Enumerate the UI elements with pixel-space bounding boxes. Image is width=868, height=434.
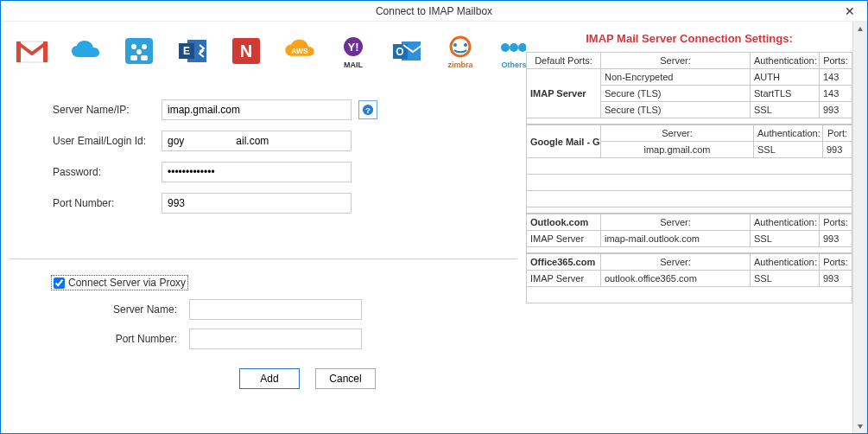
provider-icloud[interactable] xyxy=(68,32,103,70)
svg-text:?: ? xyxy=(365,105,371,115)
server-input[interactable] xyxy=(162,99,352,120)
provider-n[interactable]: N xyxy=(229,32,263,70)
svg-point-23 xyxy=(501,43,510,52)
svg-point-4 xyxy=(131,44,136,49)
provider-groupwise[interactable] xyxy=(122,32,156,70)
office365-note: Note: If the above settings are not work… xyxy=(527,287,852,303)
svg-text:AWS: AWS xyxy=(292,47,308,55)
svg-text:E: E xyxy=(183,45,190,57)
proxy-port-input[interactable] xyxy=(189,329,362,349)
svg-point-21 xyxy=(453,43,457,47)
gmail-note-2: Login to your account and enable IMAP. xyxy=(527,175,852,191)
th-server: Server: xyxy=(601,53,751,69)
outlook-label: Outlook.com xyxy=(527,214,601,231)
password-label: Password: xyxy=(53,166,162,178)
svg-text:N: N xyxy=(240,41,252,61)
divider xyxy=(10,258,517,259)
svg-text:O: O xyxy=(396,46,403,58)
svg-point-5 xyxy=(142,44,147,49)
svg-marker-28 xyxy=(858,27,863,31)
provider-others-label: Others xyxy=(501,61,526,69)
provider-zimbra[interactable]: zimbra xyxy=(443,32,478,70)
provider-outlook[interactable]: O xyxy=(390,32,424,70)
svg-marker-29 xyxy=(858,424,863,429)
svg-point-20 xyxy=(451,37,470,56)
provider-yahoo-label: MAIL xyxy=(344,61,363,69)
svg-rect-1 xyxy=(16,41,21,62)
provider-gmail[interactable] xyxy=(15,32,49,70)
gmail-note-1: Please make sure, that IMAP access is en… xyxy=(527,158,852,175)
svg-point-6 xyxy=(136,49,142,54)
proxy-server-input[interactable] xyxy=(189,299,362,320)
proxy-server-label: Server Name: xyxy=(51,303,189,316)
add-button[interactable]: Add xyxy=(239,368,300,389)
generic-label: IMAP Server xyxy=(527,69,601,118)
password-input[interactable] xyxy=(162,162,352,182)
user-label: User Email/Login Id: xyxy=(53,135,162,147)
scrollbar[interactable] xyxy=(852,22,867,433)
svg-point-24 xyxy=(510,43,518,52)
gmail-label: Google Mail - Gmail xyxy=(527,125,601,158)
provider-zimbra-label: zimbra xyxy=(447,61,472,69)
th-ports: Ports: xyxy=(820,53,852,69)
help-button[interactable]: ? xyxy=(358,100,377,119)
gmail-note-3: You also need to enable "less secure app… xyxy=(527,191,852,207)
proxy-checkbox-label: Connect Server via Proxy xyxy=(68,277,186,289)
port-label: Port Number: xyxy=(53,197,162,209)
window-title: Connect to IMAP Mailbox xyxy=(376,5,492,17)
office365-table: Office365.com Server: Authentication: Po… xyxy=(526,253,852,303)
proxy-checkbox[interactable] xyxy=(54,278,65,289)
port-input[interactable] xyxy=(162,193,352,214)
th-auth: Authentication: xyxy=(751,53,820,69)
svg-text:Y!: Y! xyxy=(348,41,359,54)
help-icon: ? xyxy=(362,104,374,116)
proxy-port-label: Port Number: xyxy=(51,333,189,345)
svg-rect-2 xyxy=(43,41,48,62)
provider-row: E N AWS Y! MAIL O zimbra xyxy=(10,30,517,75)
settings-title: IMAP Mail Server Connection Settings: xyxy=(526,27,852,52)
provider-yahoo[interactable]: Y! MAIL xyxy=(336,32,371,70)
cancel-button[interactable]: Cancel xyxy=(315,368,376,389)
th-default-ports: Default Ports: xyxy=(527,53,601,69)
svg-rect-7 xyxy=(130,55,137,61)
svg-point-22 xyxy=(464,43,467,47)
close-icon[interactable]: ✕ xyxy=(833,1,867,22)
settings-panel: IMAP Mail Server Connection Settings: De… xyxy=(526,25,852,430)
scroll-down-icon[interactable] xyxy=(853,418,868,433)
provider-aws[interactable]: AWS xyxy=(282,32,317,70)
user-input[interactable] xyxy=(162,131,352,151)
server-label: Server Name/IP: xyxy=(53,104,162,116)
scroll-up-icon[interactable] xyxy=(853,22,868,36)
office365-label: Office365.com xyxy=(527,254,601,271)
svg-rect-8 xyxy=(141,55,148,61)
provider-exchange[interactable]: E xyxy=(175,32,210,70)
gmail-table: Google Mail - Gmail Server: Authenticati… xyxy=(526,124,852,214)
proxy-checkbox-wrap[interactable]: Connect Server via Proxy xyxy=(51,275,188,290)
outlook-table: Outlook.com Server: Authentication: Port… xyxy=(526,214,852,253)
generic-table: Default Ports: Server: Authentication: P… xyxy=(526,52,852,124)
